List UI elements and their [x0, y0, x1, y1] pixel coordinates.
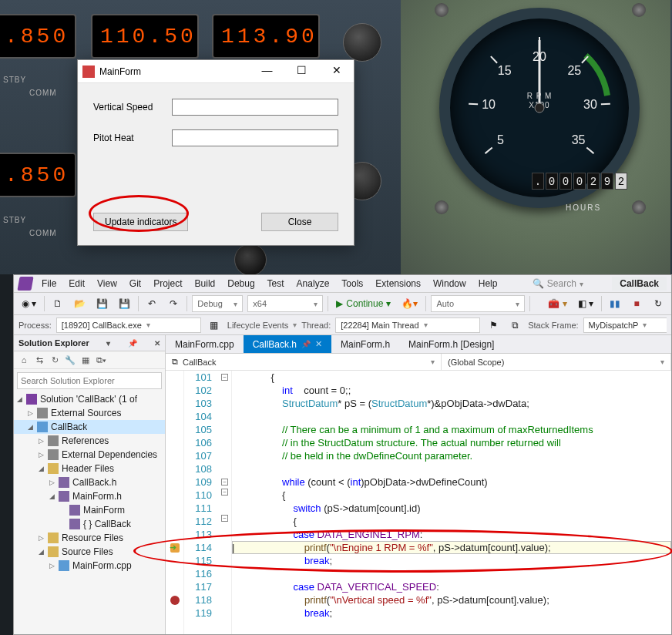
menu-build[interactable]: Build	[189, 277, 222, 291]
toolbox-icon[interactable]: 🧰 ▾	[545, 295, 570, 312]
open-file-icon[interactable]: 📂	[71, 295, 89, 312]
properties-icon[interactable]: ⧉▾	[94, 353, 108, 367]
pull-25k-knob[interactable]	[234, 244, 267, 276]
process-combo[interactable]: [18920] CallBack.exe	[56, 318, 201, 333]
config-combo[interactable]: Debug	[192, 295, 243, 312]
radio-display-2: 113.90	[212, 14, 320, 59]
tree-node[interactable]: ▷Resource Files	[14, 531, 165, 545]
menu-debug[interactable]: Debug	[221, 277, 260, 291]
tab-mainform-h[interactable]: MainForm.h	[331, 335, 399, 353]
stack-label: Stack Frame:	[528, 321, 578, 330]
restart-icon[interactable]: ↻	[650, 295, 667, 312]
svg-point-15	[535, 103, 544, 113]
tree-node[interactable]: ▷References	[14, 434, 165, 448]
hot-reload-icon[interactable]: 🔥▾	[398, 295, 421, 312]
menu-window[interactable]: Window	[427, 277, 472, 291]
svg-text:30: 30	[583, 98, 597, 111]
minimize-button[interactable]: —	[250, 60, 284, 82]
nav-back-icon[interactable]: ◉ ▾	[18, 295, 39, 312]
dropdown-icon[interactable]: ▾	[106, 339, 110, 348]
tree-node[interactable]: ◢Solution 'CallBack' (1 of	[14, 392, 165, 406]
menu-extensions[interactable]: Extensions	[369, 277, 427, 291]
solution-explorer-title[interactable]: Solution Explorer ▾ 📌 ✕	[14, 335, 165, 351]
home-icon[interactable]: ⌂	[17, 353, 31, 367]
new-file-icon[interactable]: 🗋	[49, 295, 66, 312]
breakpoint-margin[interactable]	[166, 371, 184, 634]
code-lines[interactable]: { int count = 0;; StructDatum* pS = (Str…	[232, 371, 671, 634]
pin-icon[interactable]: 📌	[128, 339, 137, 348]
code-area[interactable]: 1011021031041051061071081091101111121131…	[166, 371, 671, 634]
tab-mainform-h-design-[interactable]: MainForm.h [Design]	[399, 335, 503, 353]
wrench-icon[interactable]: 🔧	[63, 353, 77, 367]
lifecycle-icon[interactable]: ▦	[206, 317, 223, 334]
menu-tools[interactable]: Tools	[335, 277, 369, 291]
close-button[interactable]: Close	[261, 213, 338, 231]
menu-git[interactable]: Git	[123, 277, 147, 291]
pitot-field[interactable]	[172, 129, 338, 146]
editor-tabs[interactable]: MainForm.cppCallBack.h📌✕MainForm.hMainFo…	[166, 335, 671, 354]
vspeed-field[interactable]	[172, 99, 338, 116]
flag-icon[interactable]: ⚑	[485, 317, 502, 334]
toolbar: ◉ ▾ 🗋 📂 💾 💾 ↶ ↷ Debug x64 ▶Continue ▾ 🔥▾…	[14, 292, 671, 315]
line-numbers: 1011021031041051061071081091101111121131…	[184, 371, 218, 634]
outline-margin[interactable]: −−−−	[218, 371, 232, 634]
continue-button[interactable]: ▶Continue ▾	[333, 295, 394, 312]
tree-node[interactable]: ◢Source Files	[14, 545, 165, 559]
tree-node[interactable]: ◢Header Files	[14, 462, 165, 475]
navbar-type[interactable]: (Global Scope)	[442, 354, 671, 370]
window-layout-icon[interactable]: ◧ ▾	[575, 295, 596, 312]
menu-test[interactable]: Test	[261, 277, 291, 291]
mainform-window: MainForm — ☐ ✕ Vertical Speed Pitot Heat…	[77, 59, 354, 246]
menu-file[interactable]: File	[35, 277, 62, 291]
svg-line-12	[586, 147, 593, 153]
lifecycle-label: Lifecycle Events	[227, 321, 288, 330]
tab-mainform-cpp[interactable]: MainForm.cpp	[166, 335, 244, 353]
menu-analyze[interactable]: Analyze	[291, 277, 336, 291]
platform-combo[interactable]: x64	[247, 295, 323, 312]
tree-node[interactable]: ▷MainForm.cpp	[14, 559, 165, 573]
panel-stby-b: STBY	[3, 216, 26, 224]
radio-display-1: 110.50	[91, 14, 199, 59]
collapse-icon[interactable]: ⇆	[32, 353, 46, 367]
tree-node[interactable]: ▷External Sources	[14, 406, 165, 420]
close-panel-icon[interactable]: ✕	[154, 339, 160, 348]
thread-label: Thread:	[301, 321, 331, 330]
maximize-button[interactable]: ☐	[284, 60, 319, 82]
search-box[interactable]: 🔍 Search ▾	[526, 277, 590, 291]
tree-node[interactable]: ▷External Dependencies	[14, 448, 165, 462]
menu-help[interactable]: Help	[472, 277, 504, 291]
tree-node[interactable]: ▷CallBack.h	[14, 475, 165, 489]
tree-node[interactable]: ◢MainForm.h	[14, 489, 165, 503]
auto-combo[interactable]: Auto	[431, 295, 525, 312]
menu-edit[interactable]: Edit	[62, 277, 91, 291]
undo-icon[interactable]: ↶	[143, 295, 160, 312]
solution-tree[interactable]: ◢Solution 'CallBack' (1 of▷External Sour…	[14, 392, 165, 634]
svg-text:5: 5	[497, 133, 504, 146]
show-all-icon[interactable]: ▦	[79, 353, 92, 367]
vs-logo-icon	[17, 277, 33, 291]
radio-knob-1[interactable]	[343, 23, 381, 62]
tab-callback-h[interactable]: CallBack.h📌✕	[244, 335, 331, 353]
save-all-icon[interactable]: 💾	[116, 295, 133, 312]
navbar-scope[interactable]: ⧉CallBack	[166, 354, 442, 370]
window-title: MainForm	[99, 66, 250, 77]
pause-icon[interactable]: ▮▮	[606, 295, 623, 312]
tree-node[interactable]: ◢CallBack	[14, 420, 165, 434]
thread-combo[interactable]: [22284] Main Thread	[335, 318, 480, 333]
save-icon[interactable]: 💾	[93, 295, 111, 312]
pitot-label: Pitot Heat	[93, 133, 161, 143]
threads-icon[interactable]: ⧉	[506, 317, 523, 334]
stack-combo[interactable]: MyDispatchP	[583, 318, 667, 333]
titlebar[interactable]: MainForm — ☐ ✕	[78, 60, 354, 83]
sync-icon[interactable]: ↻	[48, 353, 62, 367]
tree-node[interactable]: MainForm	[14, 503, 165, 517]
menu-view[interactable]: View	[91, 277, 123, 291]
redo-icon[interactable]: ↷	[165, 295, 182, 312]
solexp-search-input[interactable]	[17, 372, 162, 389]
menubar: FileEditViewGitProjectBuildDebugTestAnal…	[14, 275, 671, 292]
close-window-button[interactable]: ✕	[319, 60, 354, 82]
stop-icon[interactable]: ■	[628, 295, 645, 312]
tree-node[interactable]: { } CallBack	[14, 517, 165, 531]
menu-project[interactable]: Project	[147, 277, 188, 291]
update-indicators-button[interactable]: Update indicators	[93, 213, 188, 231]
